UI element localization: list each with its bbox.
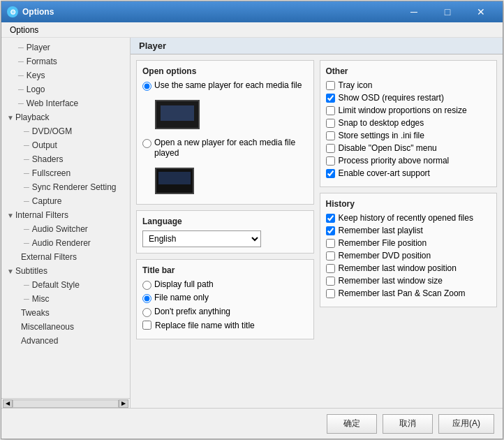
close-button[interactable]: ✕ bbox=[465, 1, 497, 22]
collapse-icon: ▼ bbox=[7, 267, 14, 275]
dash-icon: ─ bbox=[24, 183, 29, 191]
player-image-1 bbox=[155, 100, 200, 129]
titlebar-radios: Display full path File name only Don't p… bbox=[142, 279, 308, 333]
collapse-icon: ▼ bbox=[7, 114, 14, 122]
sidebar-item-keys[interactable]: ─ Keys bbox=[1, 68, 130, 82]
open-options-section: Open options Use the same player for eac… bbox=[136, 60, 314, 205]
sidebar-item-default-style[interactable]: ─ Default Style bbox=[1, 278, 130, 292]
checkbox-remember-dvd-pos[interactable]: Remember DVD position bbox=[326, 251, 491, 261]
other-title: Other bbox=[326, 66, 491, 76]
checkbox-store-settings[interactable]: Store settings in .ini file bbox=[326, 131, 491, 140]
dash-icon: ─ bbox=[18, 85, 24, 94]
radio-new-player[interactable]: Open a new player for each media file pl… bbox=[142, 138, 308, 159]
radio-no-prefix[interactable]: Don't prefix anything bbox=[142, 307, 308, 318]
history-section: History Keep history of recently opened … bbox=[320, 193, 498, 307]
dash-icon: ─ bbox=[18, 57, 24, 66]
panel-title: Player bbox=[131, 38, 503, 54]
window-controls: ─ □ ✕ bbox=[398, 1, 497, 22]
dash-icon: ─ bbox=[24, 169, 29, 177]
left-column: Open options Use the same player for eac… bbox=[136, 60, 314, 402]
checkbox-disable-open-disc[interactable]: Disable "Open Disc" menu bbox=[326, 143, 491, 153]
open-options-radios: Use the same player for each media file … bbox=[142, 80, 308, 198]
scroll-right-btn[interactable]: ▶ bbox=[119, 399, 128, 408]
dash-icon: ─ bbox=[24, 197, 29, 205]
collapse-icon: ▼ bbox=[7, 212, 14, 219]
checkbox-process-priority[interactable]: Process priority above normal bbox=[326, 156, 491, 166]
checkbox-keep-history[interactable]: Keep history of recently opened files bbox=[326, 213, 491, 223]
sidebar-item-sync-renderer[interactable]: ─ Sync Renderer Setting bbox=[1, 180, 130, 194]
checkbox-tray-icon[interactable]: Tray icon bbox=[326, 80, 491, 90]
menu-options[interactable]: Options bbox=[4, 24, 44, 36]
sidebar-item-misc-sub[interactable]: ─ Misc bbox=[1, 292, 130, 306]
dash-icon: ─ bbox=[24, 295, 29, 303]
radio-file-name[interactable]: File name only bbox=[142, 293, 308, 304]
cancel-button[interactable]: 取消 bbox=[383, 414, 433, 434]
dash-icon: ─ bbox=[24, 155, 29, 163]
title-bar-section-title: Title bar bbox=[142, 265, 308, 275]
sidebar-item-playback[interactable]: ▼ Playback bbox=[1, 110, 130, 124]
checkbox-enable-cover-art[interactable]: Enable cover-art support bbox=[326, 168, 491, 178]
other-section: Other Tray icon Show OSD (requires resta… bbox=[320, 60, 498, 187]
title-bar: ⚙ Options ─ □ ✕ bbox=[1, 1, 503, 22]
checkbox-show-osd[interactable]: Show OSD (requires restart) bbox=[326, 93, 491, 103]
sidebar-item-internal-filters[interactable]: ▼ Internal Filters bbox=[1, 208, 130, 222]
maximize-button[interactable]: □ bbox=[431, 1, 464, 22]
open-options-title: Open options bbox=[142, 66, 308, 76]
sidebar-item-player[interactable]: ─ Player bbox=[1, 41, 130, 54]
sidebar-item-miscellaneous[interactable]: Miscellaneous bbox=[1, 320, 130, 334]
sidebar-item-dvd-ogm[interactable]: ─ DVD/OGM bbox=[1, 124, 130, 138]
radio-same-player[interactable]: Use the same player for each media file bbox=[142, 80, 308, 91]
minimize-button[interactable]: ─ bbox=[398, 1, 430, 22]
language-controls: English Chinese French German Spanish bbox=[142, 230, 308, 247]
sidebar-item-external-filters[interactable]: External Filters bbox=[1, 250, 130, 264]
dash-icon: ─ bbox=[24, 127, 29, 135]
content-area: ─ Player ─ Formats ─ Keys ─ Logo ─ Web bbox=[1, 38, 503, 408]
sidebar-item-output[interactable]: ─ Output bbox=[1, 138, 130, 152]
dash-icon: ─ bbox=[18, 99, 24, 108]
apply-button[interactable]: 应用(A) bbox=[438, 414, 494, 434]
dash-icon: ─ bbox=[24, 225, 29, 233]
checkbox-remember-file-pos[interactable]: Remember File position bbox=[326, 238, 491, 248]
sidebar-item-capture[interactable]: ─ Capture bbox=[1, 194, 130, 208]
language-select[interactable]: English Chinese French German Spanish bbox=[142, 230, 261, 247]
window-title: Options bbox=[22, 7, 398, 17]
checkbox-remember-window-pos[interactable]: Remember last window position bbox=[326, 263, 491, 273]
checkbox-replace[interactable]: Replace file name with title bbox=[142, 321, 308, 330]
sidebar-item-shaders[interactable]: ─ Shaders bbox=[1, 152, 130, 166]
panel-content: Open options Use the same player for eac… bbox=[131, 54, 503, 408]
radio-display-full[interactable]: Display full path bbox=[142, 279, 308, 291]
main-panel: Player Open options Use the same player … bbox=[131, 38, 503, 408]
ok-button[interactable]: 确定 bbox=[327, 414, 377, 434]
sidebar-item-fullscreen[interactable]: ─ Fullscreen bbox=[1, 166, 130, 180]
right-column: Other Tray icon Show OSD (requires resta… bbox=[320, 60, 498, 402]
dash-icon: ─ bbox=[18, 71, 24, 80]
sidebar-item-advanced[interactable]: Advanced bbox=[1, 334, 130, 348]
sidebar-item-subtitles[interactable]: ▼ Subtitles bbox=[1, 264, 130, 278]
language-section: Language English Chinese French German S… bbox=[136, 210, 314, 254]
checkbox-remember-window-size[interactable]: Remember last window size bbox=[326, 276, 491, 286]
scroll-left-btn[interactable]: ◀ bbox=[3, 399, 13, 408]
window-icon: ⚙ bbox=[7, 6, 18, 17]
title-bar-section: Title bar Display full path File name on… bbox=[136, 259, 314, 339]
player-image-2 bbox=[155, 168, 194, 194]
sidebar-item-web-interface[interactable]: ─ Web Interface bbox=[1, 96, 130, 110]
sidebar-item-tweaks[interactable]: Tweaks bbox=[1, 306, 130, 320]
scroll-track[interactable] bbox=[13, 399, 119, 408]
dash-icon: ─ bbox=[24, 141, 29, 149]
sidebar-item-formats[interactable]: ─ Formats bbox=[1, 54, 130, 68]
sidebar-hscroll[interactable]: ◀ ▶ bbox=[1, 398, 130, 408]
checkbox-limit-window[interactable]: Limit window proportions on resize bbox=[326, 105, 491, 115]
sidebar: ─ Player ─ Formats ─ Keys ─ Logo ─ Web bbox=[1, 38, 131, 408]
checkbox-snap-desktop[interactable]: Snap to desktop edges bbox=[326, 118, 491, 128]
sidebar-item-audio-renderer[interactable]: ─ Audio Renderer bbox=[1, 236, 130, 250]
dash-icon: ─ bbox=[24, 239, 29, 247]
dash-icon: ─ bbox=[24, 281, 29, 289]
sidebar-item-logo[interactable]: ─ Logo bbox=[1, 82, 130, 96]
history-title: History bbox=[326, 199, 491, 209]
checkbox-remember-playlist[interactable]: Remember last playlist bbox=[326, 226, 491, 235]
other-checkboxes: Tray icon Show OSD (requires restart) Li… bbox=[326, 80, 491, 178]
bottom-bar: 确定 取消 应用(A) bbox=[1, 408, 503, 439]
sidebar-item-audio-switcher[interactable]: ─ Audio Switcher bbox=[1, 222, 130, 236]
options-window: ⚙ Options ─ □ ✕ Options ─ Player ─ Forma… bbox=[1, 1, 503, 439]
checkbox-remember-pan-scan[interactable]: Remember last Pan & Scan Zoom bbox=[326, 288, 491, 298]
